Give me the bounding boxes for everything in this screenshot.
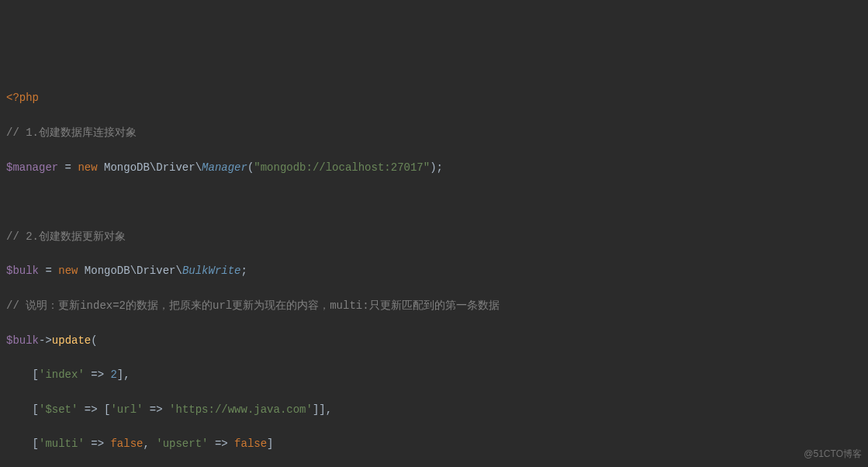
variable: $bulk [6,334,39,347]
method-call: update [52,334,91,347]
code-line: // 2.创建数据更新对象 [6,228,862,245]
variable: $manager [6,161,58,174]
code-line: // 1.创建数据库连接对象 [6,124,862,141]
code-line: $manager = new MongoDB\Driver\Manager("m… [6,159,862,176]
comment: // 1.创建数据库连接对象 [6,126,137,139]
watermark: @51CTO博客 [804,445,862,462]
code-line: $bulk->update( [6,332,862,349]
keyword-new: new [58,265,85,277]
string-literal: "mongodb://localhost:27017" [254,161,430,174]
class-name: Manager [202,161,247,174]
code-line: ['multi' => false, 'upsert' => false] [6,435,862,452]
code-line: $bulk = new MongoDB\Driver\BulkWrite; [6,262,862,279]
code-line: ['$set' => ['url' => 'https://www.java.c… [6,401,862,418]
code-editor: <?php // 1.创建数据库连接对象 $manager = new Mong… [6,72,862,467]
code-line: <?php [6,89,862,106]
comment: // 2.创建数据更新对象 [6,230,126,243]
comment: // 说明：更新index=2的数据，把原来的url更新为现在的内容，multi… [6,299,500,312]
class-name: BulkWrite [182,265,241,277]
keyword-new: new [78,161,104,174]
variable: $bulk [6,265,39,277]
php-open-tag: <?php [6,92,39,104]
code-line: ['index' => 2], [6,366,862,383]
blank-line [6,193,862,210]
code-line: // 说明：更新index=2的数据，把原来的url更新为现在的内容，multi… [6,297,862,314]
